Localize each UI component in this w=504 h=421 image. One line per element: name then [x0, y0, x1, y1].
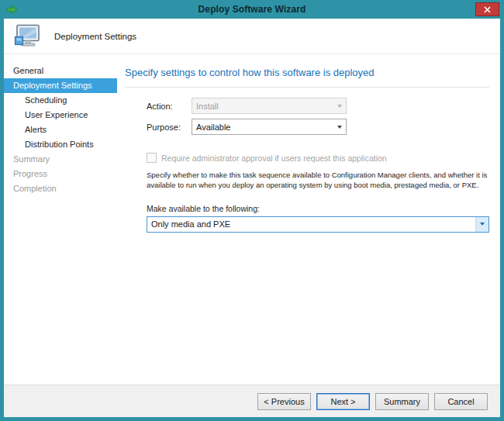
action-value: Install [196, 102, 219, 111]
cancel-button[interactable]: Cancel [434, 393, 488, 410]
button-bar: < Previous Next > Summary Cancel [4, 385, 500, 417]
approval-checkbox [147, 153, 157, 163]
action-row: Action: Install [147, 98, 489, 114]
sidebar-item-deployment-settings[interactable]: Deployment Settings [4, 78, 117, 93]
wizard-page-header: Deployment Settings [4, 19, 500, 53]
title-bar[interactable]: Deploy Software Wizard [0, 0, 504, 19]
window-title: Deploy Software Wizard [198, 4, 306, 15]
make-available-value: Only media and PXE [151, 219, 230, 229]
sidebar-item-progress: Progress [4, 167, 117, 181]
page-title: Specify settings to control how this sof… [125, 67, 489, 78]
close-icon [484, 6, 491, 13]
dialog-panel: Deployment Settings General Deployment S… [4, 19, 500, 417]
previous-button[interactable]: < Previous [257, 393, 311, 410]
purpose-row: Purpose: Available [147, 119, 489, 135]
deploy-software-wizard-window: Deploy Software Wizard Deployme [0, 0, 504, 421]
close-button[interactable] [475, 2, 499, 16]
wizard-body: General Deployment Settings Scheduling U… [4, 54, 500, 385]
make-available-label: Make available to the following: [147, 204, 489, 213]
chevron-down-icon [475, 217, 488, 232]
wizard-app-icon [6, 4, 18, 14]
sidebar-item-user-experience[interactable]: User Experience [4, 108, 117, 123]
deployment-settings-icon [14, 24, 42, 49]
sidebar-item-scheduling[interactable]: Scheduling [4, 93, 117, 108]
purpose-label: Purpose: [147, 123, 192, 132]
sidebar-item-alerts[interactable]: Alerts [4, 123, 117, 137]
sidebar-item-general[interactable]: General [4, 64, 117, 78]
chevron-down-icon [333, 119, 346, 134]
make-available-combobox[interactable]: Only media and PXE [147, 216, 489, 233]
summary-button[interactable]: Summary [375, 393, 429, 410]
sidebar-item-distribution-points[interactable]: Distribution Points [4, 137, 117, 152]
description-text: Specify whether to make this task sequen… [147, 171, 489, 191]
next-button[interactable]: Next > [316, 393, 370, 410]
page-header-title: Deployment Settings [54, 32, 136, 41]
approval-checkbox-label: Require administrator approval if users … [161, 154, 387, 163]
action-combobox: Install [192, 98, 347, 114]
purpose-combobox[interactable]: Available [192, 119, 347, 135]
sidebar-item-summary: Summary [4, 152, 117, 167]
action-label: Action: [147, 102, 192, 111]
approval-row: Require administrator approval if users … [147, 153, 489, 163]
wizard-steps-sidebar: General Deployment Settings Scheduling U… [4, 54, 117, 385]
settings-form: Action: Install Purpose: Available [147, 88, 489, 233]
wizard-content: Specify settings to control how this sof… [117, 54, 500, 385]
purpose-value: Available [196, 123, 230, 132]
chevron-down-icon [333, 98, 346, 113]
sidebar-item-completion: Completion [4, 181, 117, 196]
